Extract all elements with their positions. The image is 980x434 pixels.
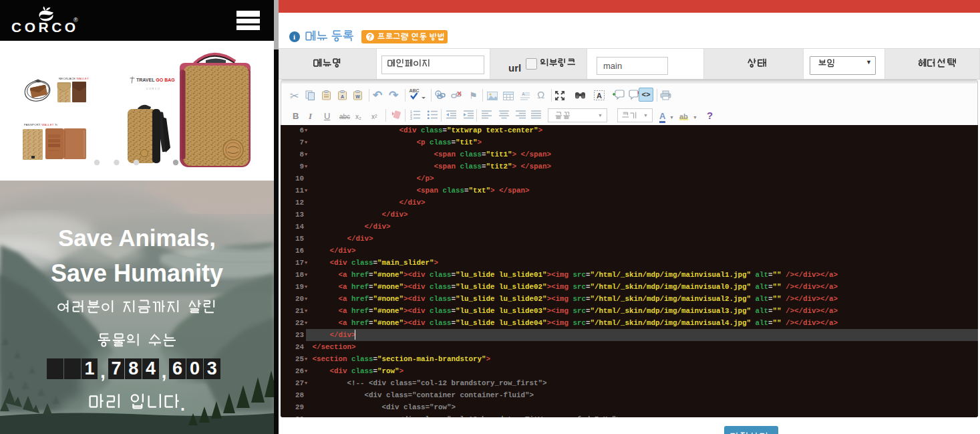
svg-text:W: W (355, 94, 360, 99)
svg-text:A: A (522, 92, 525, 96)
svg-text:3: 3 (410, 116, 412, 120)
svg-text:A: A (341, 94, 344, 99)
svg-text:A: A (597, 92, 602, 100)
svg-text:ABC: ABC (409, 88, 419, 93)
